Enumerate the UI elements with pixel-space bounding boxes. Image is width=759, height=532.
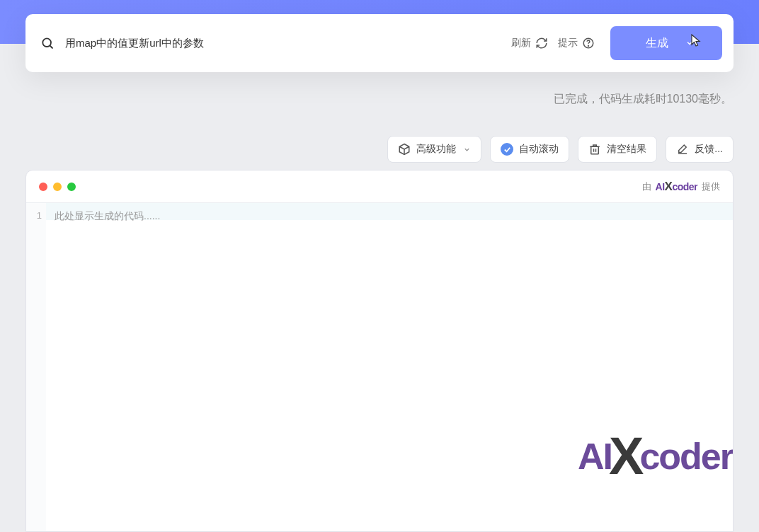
provider-credit: 由 AIXcoder 提供 (642, 180, 720, 194)
hint-button[interactable]: 提示 (558, 37, 595, 50)
search-panel: 刷新 提示 生成 (25, 14, 734, 72)
generate-button[interactable]: 生成 (610, 26, 722, 60)
clear-button[interactable]: 清空结果 (578, 136, 657, 163)
edit-icon (676, 143, 689, 156)
feedback-label: 反馈... (695, 143, 723, 156)
maximize-dot-icon[interactable] (67, 183, 76, 191)
window-dots (39, 183, 76, 191)
advanced-label: 高级功能 (416, 143, 456, 156)
code-placeholder: 此处显示生成的代码...... (55, 210, 160, 221)
code-header: 由 AIXcoder 提供 (26, 170, 733, 203)
trash-icon (588, 143, 601, 156)
provider-suffix: 提供 (702, 180, 720, 193)
search-input[interactable] (65, 37, 501, 50)
hint-label: 提示 (558, 37, 578, 50)
chevron-down-icon (463, 146, 471, 154)
clear-label: 清空结果 (607, 143, 646, 156)
refresh-button[interactable]: 刷新 (511, 37, 548, 50)
refresh-label: 刷新 (511, 37, 531, 50)
autoscroll-button[interactable]: 自动滚动 (490, 136, 569, 163)
status-text: 已完成，代码生成耗时10130毫秒。 (554, 92, 733, 107)
line-gutter: 1 (26, 203, 46, 531)
advanced-button[interactable]: 高级功能 (387, 136, 481, 163)
svg-point-3 (588, 45, 589, 46)
generate-label: 生成 (646, 36, 668, 51)
aixcoder-logo-icon: AIXcoder (656, 180, 697, 194)
provider-prefix: 由 (642, 180, 651, 193)
code-content[interactable]: 此处显示生成的代码...... (46, 203, 733, 531)
check-circle-icon (501, 143, 513, 156)
cube-icon (398, 143, 411, 156)
search-icon (40, 35, 55, 51)
code-body: 1 此处显示生成的代码...... AI X coder (26, 203, 733, 531)
feedback-button[interactable]: 反馈... (666, 136, 734, 163)
chevron-down-icon (685, 39, 694, 47)
refresh-icon (535, 37, 548, 50)
close-dot-icon[interactable] (39, 183, 47, 191)
minimize-dot-icon[interactable] (53, 183, 62, 191)
question-icon (582, 37, 595, 50)
svg-rect-4 (591, 146, 599, 154)
line-number: 1 (26, 210, 42, 221)
autoscroll-label: 自动滚动 (519, 143, 559, 156)
code-panel: 由 AIXcoder 提供 1 此处显示生成的代码...... AI X cod… (25, 170, 734, 532)
svg-line-1 (50, 46, 53, 49)
svg-point-0 (42, 38, 51, 47)
action-row: 高级功能 自动滚动 清空结果 (387, 136, 734, 163)
